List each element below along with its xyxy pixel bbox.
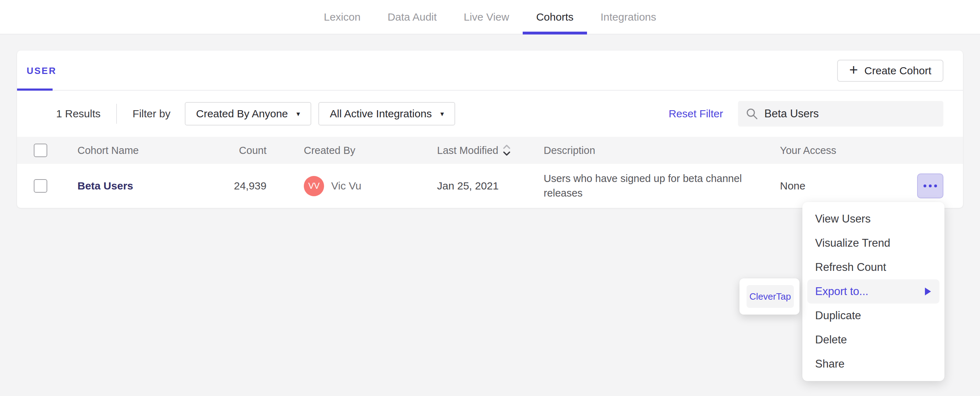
header-created-by: Created By (267, 145, 437, 156)
row-more-button[interactable] (917, 174, 943, 198)
nav-tab-live-view[interactable]: Live View (450, 0, 523, 34)
header-last-modified[interactable]: Last Modified (437, 144, 544, 157)
sort-icon (502, 144, 511, 157)
cohort-count: 24,939 (216, 180, 267, 192)
search-icon (746, 108, 758, 120)
tab-user-underline (17, 88, 52, 91)
reset-filter-link[interactable]: Reset Filter (669, 108, 723, 120)
menu-item-refresh-count[interactable]: Refresh Count (802, 255, 945, 279)
header-last-modified-label: Last Modified (437, 145, 498, 156)
more-dots-icon (923, 185, 926, 187)
cohort-name-link[interactable]: Beta Users (78, 180, 133, 192)
filter-by-label: Filter by (132, 108, 170, 120)
filter-bar: 1 Results Filter by Created By Anyone ▾ … (17, 91, 963, 137)
integrations-dropdown-value: All Active Integrations (330, 108, 432, 120)
results-count: 1 Results (56, 108, 100, 120)
table-row: Beta Users 24,939 VV Vic Vu Jan 25, 2021… (17, 164, 963, 208)
nav-tab-cohorts[interactable]: Cohorts (523, 0, 587, 34)
header-count: Count (216, 145, 267, 156)
more-dots-icon (929, 185, 932, 187)
created-by-dropdown-value: Created By Anyone (196, 108, 288, 120)
header-cohort-name: Cohort Name (60, 145, 216, 156)
plus-icon: + (849, 62, 858, 78)
menu-item-view-users[interactable]: View Users (802, 207, 945, 231)
more-dots-icon (934, 185, 937, 187)
menu-item-duplicate[interactable]: Duplicate (802, 303, 945, 328)
select-all-checkbox[interactable] (34, 144, 47, 157)
menu-item-export-to[interactable]: Export to... (807, 279, 940, 303)
last-modified-date: Jan 25, 2021 (437, 180, 544, 192)
nav-tab-lexicon[interactable]: Lexicon (310, 0, 374, 34)
create-cohort-button[interactable]: + Create Cohort (837, 60, 943, 82)
row-checkbox[interactable] (34, 179, 47, 193)
integrations-dropdown[interactable]: All Active Integrations ▾ (318, 102, 455, 126)
filter-bar-right: Reset Filter (669, 101, 963, 126)
creator-cell: VV Vic Vu (304, 176, 437, 196)
avatar: VV (304, 176, 324, 196)
submenu-arrow-icon (925, 287, 931, 295)
table-header: Cohort Name Count Created By Last Modifi… (17, 137, 963, 164)
header-description: Description (544, 145, 780, 156)
cohorts-panel: USER + Create Cohort 1 Results Filter by… (17, 51, 963, 208)
top-nav: Lexicon Data Audit Live View Cohorts Int… (0, 0, 980, 35)
menu-item-visualize-trend[interactable]: Visualize Trend (802, 231, 945, 255)
search-input[interactable] (764, 107, 935, 120)
tab-user[interactable]: USER (27, 65, 57, 77)
export-submenu: CleverTap (740, 278, 800, 315)
header-your-access: Your Access (780, 145, 963, 156)
caret-down-icon: ▾ (296, 110, 300, 118)
nav-tab-data-audit[interactable]: Data Audit (374, 0, 450, 34)
creator-name: Vic Vu (331, 180, 361, 192)
search-box[interactable] (738, 101, 943, 126)
cohort-description: Users who have signed up for beta channe… (544, 171, 760, 201)
nav-tab-integrations[interactable]: Integrations (587, 0, 670, 34)
created-by-dropdown[interactable]: Created By Anyone ▾ (185, 102, 312, 126)
menu-item-delete[interactable]: Delete (802, 328, 945, 352)
panel-tab-strip: USER + Create Cohort (17, 51, 963, 91)
divider (116, 104, 117, 124)
submenu-item-clevertap[interactable]: CleverTap (746, 285, 794, 308)
create-cohort-label: Create Cohort (864, 65, 931, 77)
row-context-menu: View Users Visualize Trend Refresh Count… (802, 202, 945, 381)
caret-down-icon: ▾ (440, 110, 444, 118)
menu-item-export-to-label: Export to... (815, 285, 869, 298)
menu-item-share[interactable]: Share (802, 352, 945, 376)
